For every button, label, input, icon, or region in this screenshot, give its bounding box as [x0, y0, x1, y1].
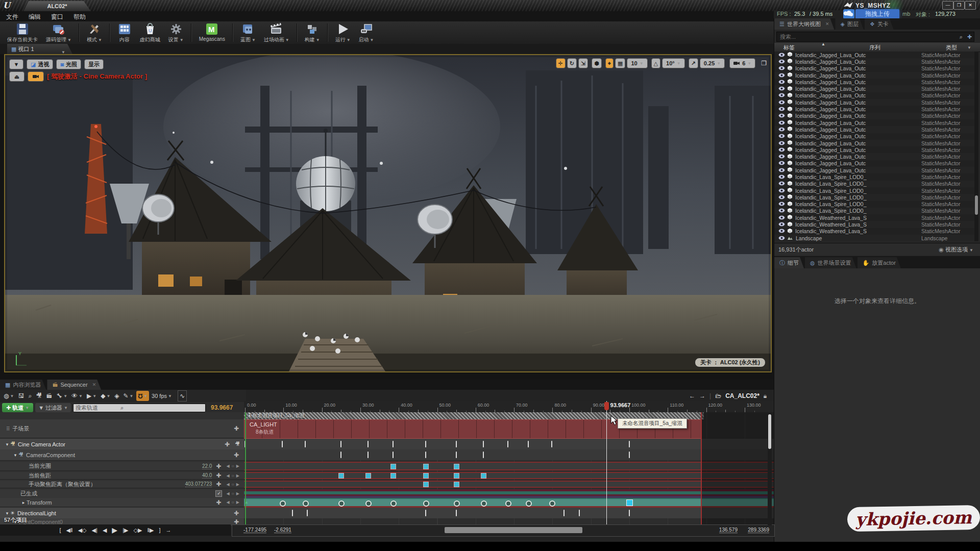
drag-upload-badge[interactable]: 拖拽上传 [855, 9, 899, 19]
actor-label[interactable]: Icelandic_Lava_Spire_LOD0_ [795, 181, 908, 187]
visibility-eye-icon[interactable] [778, 120, 785, 126]
current-time-value[interactable]: 93.9667 [211, 404, 233, 411]
close-icon[interactable]: ✕ [92, 382, 96, 387]
outliner-row[interactable]: Icelandic_Jagged_Lava_OutcStaticMeshActo… [774, 79, 977, 85]
visibility-eye-icon[interactable] [778, 194, 785, 201]
filter-button[interactable]: ▼过滤器 ▼ [35, 403, 71, 412]
keyframe[interactable] [528, 441, 529, 447]
actor-label[interactable]: Icelandic_Weathered_Lava_S [795, 228, 908, 234]
keyframe[interactable] [423, 464, 429, 469]
keyframe[interactable] [305, 441, 306, 447]
outliner-row[interactable]: Icelandic_Jagged_Lava_OutcStaticMeshActo… [774, 58, 977, 65]
menu-file[interactable]: 文件 [6, 13, 18, 21]
keyframe[interactable] [454, 482, 459, 487]
tab-world-settings[interactable]: ◍世界场景设置 [805, 257, 856, 268]
lock-icon[interactable]: 🔒︎ [764, 392, 767, 399]
key-navigation[interactable]: ◀ ○ ▶ [226, 473, 240, 478]
outliner-row[interactable]: Icelandic_Weathered_Lava_SStaticMeshActo… [774, 228, 977, 235]
play-button[interactable]: ▶▼ [85, 391, 98, 401]
grid-snap-value[interactable]: 10▼ [627, 58, 647, 68]
keyframe[interactable] [481, 500, 487, 507]
wrench-button[interactable]: 🔧︎▼ [55, 391, 69, 401]
horizontal-scrollbar-thumb[interactable] [445, 527, 582, 533]
transport-button-9[interactable]: ] [159, 527, 160, 533]
timeline-ruler[interactable]: 0.0010.0020.0030.0040.0050.0060.0070.008… [244, 401, 774, 413]
actor-label[interactable]: Icelandic_Jagged_Lava_Outc [795, 106, 908, 112]
visibility-eye-icon[interactable] [778, 167, 785, 173]
track-row-3[interactable]: 当前光圈22.0✚◀ ○ ▶ [0, 462, 244, 471]
outliner-row[interactable]: Icelandic_Jagged_Lava_OutcStaticMeshActo… [774, 92, 977, 99]
keyframe[interactable] [481, 473, 486, 479]
toolbar-button-settings[interactable]: 设置▼ [164, 21, 188, 44]
actor-label[interactable]: Icelandic_Jagged_Lava_Outc [795, 154, 908, 160]
actor-label[interactable]: Icelandic_Lava_Spire_LOD0_ [795, 194, 908, 201]
outliner-row[interactable]: Icelandic_Jagged_Lava_OutcStaticMeshActo… [774, 85, 977, 92]
magnet-button[interactable]: Ω▼ [136, 391, 150, 401]
visibility-eye-icon[interactable] [778, 92, 785, 98]
actor-label[interactable]: Icelandic_Jagged_Lava_Outc [795, 65, 908, 71]
close-button[interactable]: ✕ [965, 1, 976, 10]
sequencer-track-area[interactable]: 未命名混音项目_5a_缩混 CA_LIGHT 8条轨道 ▲ [244, 412, 774, 525]
scrollbar-thumb[interactable] [768, 414, 771, 449]
outliner-row[interactable]: Icelandic_Jagged_Lava_OutcStaticMeshActo… [774, 146, 977, 153]
scrollbar-thumb[interactable] [975, 195, 978, 215]
clap-button[interactable]: 🎬︎ [44, 391, 54, 401]
actor-label[interactable]: Icelandic_Lava_Spire_LOD0_ [795, 201, 908, 207]
tab-sequencer[interactable]: 🎬︎Sequencer ✕ [47, 380, 101, 390]
track-row-5[interactable]: 手动聚焦距离（聚焦设置）403.072723✚◀ ○ ▶ [0, 481, 244, 488]
menu-window[interactable]: 窗口 [51, 13, 63, 21]
visibility-eye-icon[interactable] [778, 201, 785, 207]
tab-layers[interactable]: ◈ 图层 [835, 18, 863, 30]
actor-label[interactable]: Icelandic_Jagged_Lava_Outc [795, 120, 908, 126]
add-filter-icon[interactable]: ✚ [967, 32, 972, 41]
track-row-4[interactable]: 当前焦距40.0✚◀ ○ ▶ [0, 472, 244, 480]
actor-label[interactable]: Icelandic_Lava_Spire_LOD0_ [795, 188, 908, 194]
perspective-button[interactable]: ◪透视 [27, 59, 53, 69]
range-start-value[interactable]: -177.2495 [243, 527, 266, 533]
pencil-button[interactable]: ✎▼ [122, 391, 135, 401]
range-end-value[interactable]: 136.579 [719, 527, 738, 533]
rotation-snap-button[interactable]: △ [651, 58, 660, 68]
eye-button[interactable]: 👁︎▼ [70, 391, 84, 401]
rotation-snap-value[interactable]: 10°▼ [662, 58, 685, 68]
coordinate-system-button[interactable]: ⬢ [592, 58, 602, 68]
tab-world-outliner[interactable]: ☰ 世界大纲视图✕ [774, 18, 834, 30]
visibility-eye-icon[interactable] [778, 174, 785, 180]
actor-label[interactable]: Icelandic_Jagged_Lava_Outc [795, 147, 908, 153]
keyframe[interactable] [425, 441, 426, 447]
track-label[interactable]: CameraComponent [26, 452, 75, 458]
saveas-button[interactable]: 🖫︎ [16, 391, 26, 401]
toolbar-button-content[interactable]: 内容 [113, 21, 136, 44]
forward-arrow-icon[interactable]: → [699, 392, 705, 399]
actor-label[interactable]: Icelandic_Jagged_Lava_Outc [795, 167, 908, 173]
keyframe[interactable] [340, 441, 341, 447]
outliner-row[interactable]: Icelandic_Jagged_Lava_OutcStaticMeshActo… [774, 119, 977, 126]
scale-tool-button[interactable]: ⇲ [578, 58, 588, 68]
visibility-eye-icon[interactable] [778, 147, 785, 153]
visibility-eye-icon[interactable] [778, 133, 785, 139]
visibility-eye-icon[interactable] [778, 106, 785, 112]
track-label[interactable]: 子场景 [12, 425, 29, 433]
maximize-button[interactable]: ❐ [953, 1, 965, 10]
expander-icon[interactable]: ▾ [4, 511, 10, 516]
track-label[interactable]: Transform [27, 499, 52, 506]
keyframe[interactable] [368, 441, 369, 447]
toolbar-button-marketplace[interactable]: U虚幻商城 [136, 21, 164, 44]
toolbar-button-launch[interactable]: 启动▼ [355, 21, 378, 44]
actor-label[interactable]: Icelandic_Jagged_Lava_Outc [795, 160, 908, 166]
actor-label[interactable]: Icelandic_Jagged_Lava_Outc [795, 86, 908, 92]
actor-label[interactable]: Icelandic_Jagged_Lava_Outc [795, 92, 908, 98]
actor-label[interactable]: Icelandic_Jagged_Lava_Outc [795, 113, 908, 119]
keyframe[interactable] [390, 473, 396, 479]
outliner-row[interactable]: Icelandic_Jagged_Lava_OutcStaticMeshActo… [774, 140, 977, 146]
visibility-eye-icon[interactable] [778, 188, 785, 194]
visibility-eye-icon[interactable] [778, 79, 785, 85]
camera-speed-button[interactable]: 6▼ [729, 58, 755, 68]
keyframe[interactable] [292, 510, 293, 516]
keyframe[interactable] [307, 510, 308, 516]
keyframe[interactable] [454, 473, 459, 479]
transport-button-0[interactable]: [ [60, 527, 61, 533]
actor-label[interactable]: Icelandic_Jagged_Lava_Outc [795, 99, 908, 106]
toolbar-button-build[interactable]: 构建▼ [301, 21, 324, 44]
tab-place-actors[interactable]: ✋放置actor [857, 257, 901, 268]
